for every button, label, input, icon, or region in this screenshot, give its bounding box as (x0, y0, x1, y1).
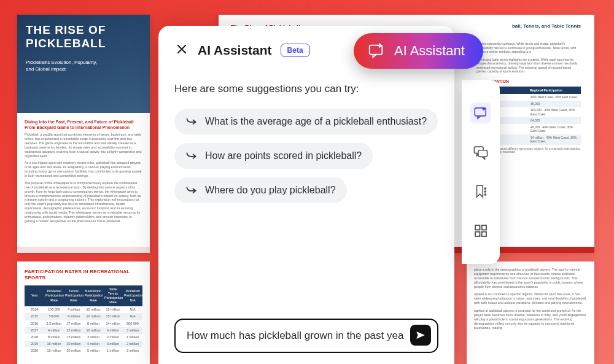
suggestion-chip[interactable]: What is the average age of a pickleball … (174, 109, 438, 134)
beta-badge[interactable]: Beta (281, 44, 310, 57)
reply-arrow-icon (185, 115, 198, 128)
table-header: Tennis Participation Rate (64, 285, 84, 307)
svg-rect-6 (475, 225, 480, 230)
suggestion-text: Where do you play pickleball? (205, 185, 336, 196)
close-button[interactable] (174, 42, 189, 58)
doc3-para: Exhibit noteworthy contrasts. While tenn… (476, 42, 581, 54)
participation-table: YearPickleball Participation RateTennis … (25, 285, 142, 355)
rail-bookmarks-button[interactable] (470, 181, 491, 202)
table-header: Pickleball Participation Rate (44, 285, 64, 307)
doc1-section-heading: Diving into the Past, Present, and Futur… (25, 119, 142, 130)
svg-rect-2 (478, 150, 488, 157)
send-icon (415, 330, 426, 341)
doc-cover-subtitle: Pickleball's Evolution, Popularity, and … (26, 59, 99, 72)
doc4-para: raphics of pickleball players is essenti… (474, 309, 587, 330)
ai-assistant-icon (473, 105, 489, 121)
reply-arrow-icon (185, 184, 198, 196)
send-button[interactable] (410, 325, 431, 346)
table-row: 20162.5 million17 million8 million14 mil… (25, 320, 142, 327)
table-header: Pickleball Participation N/A (123, 285, 142, 307)
doc2-section-title: PARTICIPATION RATES IN RECREATIONAL SPOR… (25, 269, 142, 282)
side-rail (462, 80, 500, 264)
ai-assistant-launch-button[interactable]: AI Assistant (354, 33, 483, 69)
stage: THE RISE OF PICKLEBALL Pickleball's Evol… (0, 0, 614, 364)
svg-point-5 (484, 194, 486, 195)
doc-cover: THE RISE OF PICKLEBALL Pickleball's Evol… (17, 15, 150, 113)
ai-assistant-panel: AI Assistant Beta Here are some suggesti… (158, 26, 454, 364)
doc1-para: The purpose of this whitepaper is to com… (25, 181, 142, 223)
table-header: Badminton Participation Rate (84, 285, 103, 307)
doc-cover-title: THE RISE OF PICKLEBALL (26, 23, 141, 50)
table-row: 2014100,0004 million10 million15 million… (25, 306, 142, 313)
suggestion-chip[interactable]: How are points scored in pickleball? (174, 143, 373, 169)
table-row: 201916 million30 million4 million3 milli… (25, 341, 142, 347)
rail-ai-assistant-button[interactable] (470, 103, 491, 123)
suggestion-chip[interactable]: Where do you play pickleball? (174, 177, 347, 203)
bg-doc-table: PARTICIPATION RATES IN RECREATIONAL SPOR… (17, 261, 150, 364)
doc3-right-title: ball, Tennis, and Table Tennis (512, 23, 581, 29)
svg-point-4 (484, 191, 486, 192)
svg-point-3 (484, 188, 486, 189)
prompt-input-container[interactable] (174, 319, 438, 353)
table-row: 202015 million20 million5 million1 milli… (25, 347, 142, 354)
bookmark-icon (473, 184, 489, 199)
prompt-input[interactable] (187, 330, 404, 342)
thumbnails-icon (473, 223, 489, 239)
suggestions-list: What is the average age of a pickleball … (174, 109, 438, 203)
bg-doc-bottom-right: plays a role in the demographics of pick… (467, 261, 594, 364)
doc4-para: plays a role in the demographics of pick… (474, 268, 587, 288)
close-icon (177, 44, 187, 54)
ai-launch-label: AI Assistant (394, 43, 465, 59)
panel-title: AI Assistant (198, 43, 272, 58)
suggestion-text: What is the average age of a pickleball … (205, 116, 427, 127)
rail-comments-button[interactable] (470, 142, 491, 163)
table-header: Year (25, 285, 44, 307)
bg-doc-cover: THE RISE OF PICKLEBALL Pickleball's Evol… (17, 15, 150, 253)
suggestion-text: How are points scored in pickleball? (205, 150, 362, 161)
doc4-para: appeal is not confined to specific regio… (474, 292, 587, 305)
doc1-para: Pickleball, a paddle sport that combines… (25, 133, 142, 158)
table-header: Table Tennis Participation Rate (103, 285, 123, 307)
rail-thumbnails-button[interactable] (470, 220, 491, 241)
svg-rect-9 (482, 232, 486, 236)
svg-rect-7 (482, 225, 486, 230)
table-row: 20188 million15 million3 million2 millio… (25, 334, 142, 341)
table-row: 20174 million22 million10 million6 milli… (25, 327, 142, 334)
table-header: Regional Participation (529, 87, 581, 95)
comments-icon (473, 144, 489, 160)
table-row: 201550,0004 million10 million15 millionN… (25, 313, 142, 320)
sparkle-chat-icon (367, 42, 386, 60)
suggestions-intro: Here are some suggestions you can try: (174, 83, 438, 95)
svg-rect-8 (475, 232, 480, 236)
doc3-para: Tennis and table tennis highlights the d… (476, 58, 581, 74)
doc1-para: As a low-impact sport with relatively si… (25, 161, 142, 178)
reply-arrow-icon (185, 150, 198, 162)
